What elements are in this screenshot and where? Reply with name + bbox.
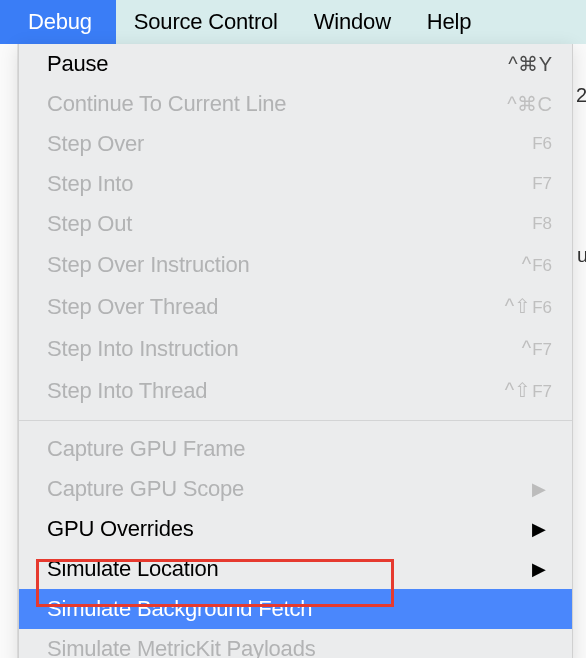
menubar-item-debug[interactable]: Debug <box>0 0 116 44</box>
menu-item-simulate-location[interactable]: Simulate Location▶ <box>19 549 572 589</box>
menu-item-label: Step Over Thread <box>47 292 218 322</box>
menu-item-label: Step Over <box>47 129 144 159</box>
menu-separator <box>19 420 572 421</box>
menu-item-pause[interactable]: Pause^⌘Y <box>19 44 572 84</box>
menu-item-label: Capture GPU Frame <box>47 434 245 464</box>
menubar-label: Help <box>427 9 471 34</box>
menu-item-label: Simulate Location <box>47 554 218 584</box>
menubar-item-help[interactable]: Help <box>409 0 489 44</box>
menu-item-shortcut: ^⌘Y <box>508 49 552 79</box>
menu-item-step-into: Step IntoF7 <box>19 164 572 204</box>
menu-item-gpu-overrides[interactable]: GPU Overrides▶ <box>19 509 572 549</box>
menu-item-label: Capture GPU Scope <box>47 474 244 504</box>
menu-item-label: Step Into Instruction <box>47 334 238 364</box>
menu-item-step-over: Step OverF6 <box>19 124 572 164</box>
chevron-right-icon: ▶ <box>532 514 546 544</box>
menu-item-shortcut: ^⇧F6 <box>505 291 552 323</box>
menu-item-simulate-background-fetch[interactable]: Simulate Background Fetch <box>19 589 572 629</box>
menu-item-label: Continue To Current Line <box>47 89 286 119</box>
menu-item-shortcut: F6 <box>532 129 552 159</box>
menu-item-step-out: Step OutF8 <box>19 204 572 244</box>
menu-item-capture-gpu-frame: Capture GPU Frame <box>19 429 572 469</box>
menu-item-label: Step Out <box>47 209 132 239</box>
chevron-right-icon: ▶ <box>532 554 546 584</box>
menu-item-shortcut: F8 <box>532 209 552 239</box>
menubar-label: Debug <box>28 9 92 34</box>
menu-item-step-into-instruction: Step Into Instruction^F7 <box>19 328 572 370</box>
debug-menu-dropdown: Pause^⌘YContinue To Current Line^⌘CStep … <box>18 44 573 658</box>
menu-item-label: GPU Overrides <box>47 514 194 544</box>
menubar: Debug Source Control Window Help <box>0 0 586 44</box>
menu-item-shortcut: ^F7 <box>522 333 552 365</box>
menu-item-step-over-thread: Step Over Thread^⇧F6 <box>19 286 572 328</box>
menubar-item-window[interactable]: Window <box>296 0 409 44</box>
menu-item-label: Step Into <box>47 169 133 199</box>
editor-gutter <box>0 44 18 658</box>
menu-item-label: Simulate MetricKit Payloads <box>47 634 315 658</box>
menu-item-shortcut: F7 <box>532 169 552 199</box>
menu-item-label: Step Over Instruction <box>47 250 249 280</box>
menu-item-continue-to-current-line: Continue To Current Line^⌘C <box>19 84 572 124</box>
menu-item-label: Pause <box>47 49 108 79</box>
menu-item-simulate-metrickit-payloads: Simulate MetricKit Payloads <box>19 629 572 658</box>
menu-item-shortcut: ^⇧F7 <box>505 375 552 407</box>
chevron-right-icon: ▶ <box>532 474 546 504</box>
menubar-label: Source Control <box>134 9 278 34</box>
menu-item-label: Step Into Thread <box>47 376 207 406</box>
menu-item-shortcut: ^F6 <box>522 249 552 281</box>
menu-item-step-into-thread: Step Into Thread^⇧F7 <box>19 370 572 412</box>
menubar-item-source-control[interactable]: Source Control <box>116 0 296 44</box>
menubar-label: Window <box>314 9 391 34</box>
menu-item-capture-gpu-scope: Capture GPU Scope▶ <box>19 469 572 509</box>
menu-item-shortcut: ^⌘C <box>507 89 552 119</box>
menu-item-step-over-instruction: Step Over Instruction^F6 <box>19 244 572 286</box>
menu-item-label: Simulate Background Fetch <box>47 594 312 624</box>
